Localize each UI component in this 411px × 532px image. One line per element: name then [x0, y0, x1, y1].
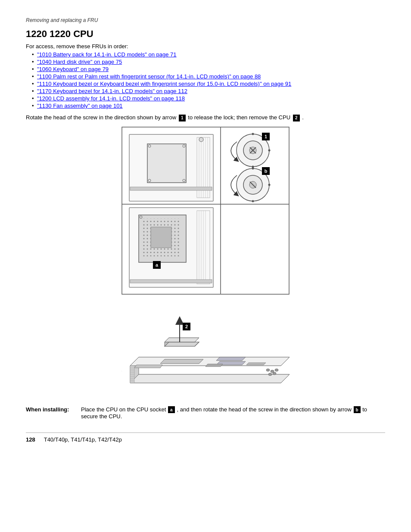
step-badge-1: 1: [179, 115, 186, 121]
list-item[interactable]: "1110 Keyboard bezel or Keyboard bezel w…: [33, 81, 385, 87]
when-installing-label: When installing:: [26, 406, 78, 420]
svg-marker-55: [160, 359, 203, 364]
svg-rect-10: [147, 144, 186, 183]
fru-link-6[interactable]: "1170 Keyboard bezel for 14.1-in. LCD mo…: [37, 88, 187, 94]
list-item[interactable]: "1100 Palm rest or Palm rest with finger…: [33, 73, 385, 80]
svg-text:a: a: [156, 262, 159, 268]
fru-link-3[interactable]: "1060 Keyboard" on page 79: [37, 66, 109, 72]
when-installing-content: Place the CPU on the CPU socket a , and …: [81, 406, 385, 420]
footer-model-text: T40/T40p, T41/T41p, T42/T42p: [44, 436, 122, 443]
inline-badge-a: a: [168, 406, 175, 413]
list-item[interactable]: "1170 Keyboard bezel for 14.1-in. LCD mo…: [33, 88, 385, 94]
step-badge-2: 2: [293, 115, 300, 121]
list-item[interactable]: "1040 Hard disk drive" on page 75: [33, 59, 385, 65]
when-installing-section: When installing: Place the CPU on the CP…: [26, 406, 385, 420]
fru-link-7[interactable]: "1200 LCD assembly for 14.1-in. LCD mode…: [37, 95, 185, 102]
svg-point-31: [252, 167, 254, 169]
instruction-text: Rotate the head of the screw in the dire…: [26, 114, 385, 121]
page-number: 128: [26, 436, 35, 443]
fru-link-8[interactable]: "1130 Fan assembly" on page 101: [37, 103, 123, 109]
svg-rect-50: [130, 280, 212, 283]
intro-text: For access, remove these FRUs in order:: [26, 43, 385, 50]
inline-badge-b: b: [354, 406, 361, 413]
svg-point-23: [268, 149, 271, 151]
list-item[interactable]: "1200 LCD assembly for 14.1-in. LCD mode…: [33, 95, 385, 102]
page-header-italic: Removing and replacing a FRU: [26, 17, 385, 23]
svg-marker-57: [216, 357, 246, 361]
list-item[interactable]: "1060 Keyboard" on page 79: [33, 66, 385, 72]
svg-text:2: 2: [185, 324, 188, 329]
cpu-diagram: 1 b: [121, 127, 290, 399]
section-title: 1220 1220 CPU: [26, 28, 385, 40]
page-footer: 128 T40/T40p, T41/T41p, T42/T42p: [26, 432, 385, 443]
list-item[interactable]: "1130 Fan assembly" on page 101: [33, 103, 385, 109]
list-item[interactable]: "1010 Battery pack for 14.1-in. LCD mode…: [33, 51, 385, 58]
svg-marker-66: [246, 363, 266, 365]
svg-text:b: b: [265, 168, 268, 174]
svg-point-33: [252, 200, 254, 202]
svg-point-32: [268, 184, 271, 186]
svg-point-70: [268, 373, 272, 376]
fru-link-5[interactable]: "1110 Keyboard bezel or Keyboard bezel w…: [37, 81, 291, 87]
svg-marker-60: [165, 338, 199, 342]
svg-marker-65: [206, 364, 223, 367]
svg-marker-64: [134, 365, 162, 368]
svg-point-71: [273, 372, 276, 375]
svg-rect-46: [151, 227, 171, 248]
fru-list: "1010 Battery pack for 14.1-in. LCD mode…: [33, 51, 385, 109]
svg-point-69: [275, 369, 278, 371]
svg-marker-52: [130, 374, 290, 383]
fru-link-4[interactable]: "1100 Palm rest or Palm rest with finger…: [37, 73, 261, 80]
fru-link-1[interactable]: "1010 Battery pack for 14.1-in. LCD mode…: [37, 51, 177, 58]
fru-link-2[interactable]: "1040 Hard disk drive" on page 75: [37, 59, 122, 65]
svg-rect-16: [130, 187, 212, 190]
cpu-diagram-svg: 1 b: [121, 127, 290, 398]
svg-point-67: [266, 369, 270, 371]
svg-point-22: [252, 133, 254, 135]
svg-point-15: [199, 137, 203, 142]
svg-text:1: 1: [265, 134, 267, 139]
svg-marker-58: [165, 342, 199, 346]
